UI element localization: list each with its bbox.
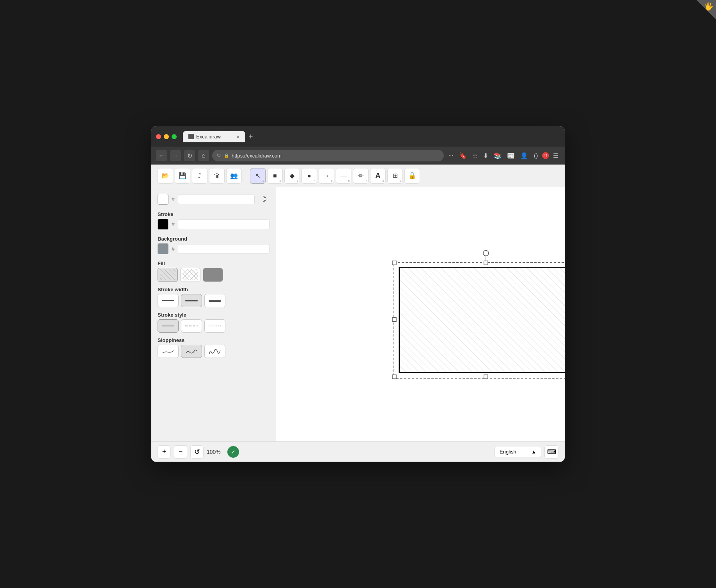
close-button[interactable] (156, 134, 161, 139)
slop-high-button[interactable] (204, 345, 225, 358)
nav-bar: ← → ↻ ⌂ 🛡 🔒 https://excalidraw.com ··· 🔖… (151, 147, 565, 165)
svg-rect-14 (484, 261, 488, 265)
bg-swatch[interactable] (158, 243, 168, 254)
stroke-dotted-button[interactable] (204, 319, 225, 333)
svg-rect-13 (392, 261, 396, 265)
minimize-button[interactable] (164, 134, 169, 139)
zoom-reset-button[interactable]: ↺ (190, 445, 204, 459)
svg-rect-18 (392, 375, 396, 379)
stroke-width-label: Stroke width (158, 287, 269, 292)
fill-cross-hatch-button[interactable] (180, 268, 200, 282)
fill-options (158, 268, 269, 282)
url-bar[interactable]: 🛡 🔒 https://excalidraw.com (212, 150, 444, 161)
maximize-button[interactable] (172, 134, 177, 139)
star-icon: ☆ (471, 151, 479, 161)
more-button[interactable]: ··· (447, 151, 455, 161)
download-icon: ⬇ (482, 151, 490, 161)
background-label: Background (158, 236, 269, 242)
notification-badge: 21 (542, 152, 549, 159)
svg-rect-19 (484, 375, 488, 379)
tab-title: Excalidraw (196, 134, 221, 140)
bg-color-row: # 868e96 (158, 243, 269, 254)
reader-icon: 📰 (505, 151, 516, 161)
library-icon: 📚 (492, 151, 503, 161)
main-content: # ffffff ☽ Stroke # 000000 Background (151, 187, 565, 441)
zoom-in-button[interactable]: + (158, 445, 171, 459)
stroke-section: Stroke # 000000 (158, 211, 269, 231)
home-button[interactable]: ⌂ (198, 150, 209, 161)
stroke-dashed-button[interactable] (181, 319, 202, 333)
zoom-out-button[interactable]: − (174, 445, 187, 459)
forward-button[interactable]: → (170, 150, 181, 161)
new-tab-button[interactable]: + (248, 132, 253, 141)
title-bar: Excalidraw × + (151, 126, 565, 147)
diamond-tool[interactable]: ◆3 (284, 168, 300, 184)
back-button[interactable]: ← (156, 150, 167, 161)
svg-rect-1 (160, 269, 175, 280)
tab-bar: Excalidraw × + (183, 131, 560, 142)
lock-icon: 🔒 (224, 153, 229, 158)
language-selector[interactable]: English ▲ (494, 446, 541, 457)
select-tool[interactable]: ↖1 (250, 168, 266, 184)
bookmark-icon: 🔖 (457, 151, 468, 161)
stroke-style-options (158, 319, 269, 333)
stroke-width-options (158, 294, 269, 307)
stroke-thick-button[interactable] (204, 294, 225, 307)
bottom-bar: + − ↺ 100% ✓ English ▲ ⌨ (151, 441, 565, 462)
dark-mode-button[interactable]: ☽ (258, 193, 269, 205)
delete-button[interactable]: 🗑 (209, 168, 225, 184)
ellipse-tool[interactable]: ●4 (301, 168, 317, 184)
stroke-medium-button[interactable] (181, 294, 202, 307)
svg-rect-16 (392, 317, 396, 321)
pencil-tool[interactable]: ✏7 (353, 168, 369, 184)
keyboard-shortcut-button[interactable]: ⌨ (544, 445, 558, 459)
stroke-thin-button[interactable] (158, 294, 179, 307)
sloppiness-options (158, 345, 269, 358)
zoom-level: 100% (207, 449, 224, 455)
save-button[interactable]: 💾 (175, 168, 190, 184)
app-toolbar: 📂 💾 ⤴ 🗑 👥 ↖1 ■2 ◆3 ●4 (151, 165, 565, 187)
collab-button[interactable]: 👥 (226, 168, 242, 184)
export-button[interactable]: ⤴ (192, 168, 207, 184)
tab-close-button[interactable]: × (236, 133, 240, 140)
fill-solid-button[interactable] (203, 268, 223, 282)
stroke-swatch[interactable] (158, 219, 168, 230)
browser-window: Excalidraw × + ← → ↻ ⌂ 🛡 🔒 https://excal… (151, 126, 565, 462)
arrow-tool[interactable]: →5 (319, 168, 334, 184)
stroke-style-label: Stroke style (158, 312, 269, 318)
sloppiness-section: Sloppiness (158, 337, 269, 358)
bg-input[interactable]: 868e96 (178, 244, 269, 254)
file-tools: 📂 💾 ⤴ 🗑 👥 (158, 168, 242, 184)
stroke-solid-button[interactable] (158, 319, 179, 333)
open-file-button[interactable]: 📂 (158, 168, 173, 184)
stroke-style-section: Stroke style (158, 312, 269, 333)
browser-tab[interactable]: Excalidraw × (183, 131, 245, 142)
menu-icon[interactable]: ☰ (551, 151, 560, 161)
svg-rect-11 (399, 267, 565, 372)
rectangle-tool[interactable]: ■2 (267, 168, 283, 184)
text-tool[interactable]: A8 (370, 168, 386, 184)
chevron-up-icon: ▲ (531, 449, 536, 455)
stroke-input[interactable]: 000000 (178, 220, 269, 229)
canvas-bg-input[interactable]: ffffff (178, 195, 255, 204)
canvas-area[interactable] (276, 187, 565, 441)
security-shield-icon: 🛡 (217, 153, 222, 158)
svg-point-5 (483, 250, 489, 256)
fill-label: Fill (158, 260, 269, 266)
nav-icons: ··· 🔖 ☆ ⬇ 📚 📰 👤 ⟨⟩ 21 ☰ (447, 151, 560, 161)
slop-low-button[interactable] (158, 345, 179, 358)
fill-hatch-button[interactable] (158, 268, 178, 282)
traffic-lights (156, 134, 177, 139)
app-area: 📂 💾 ⤴ 🗑 👥 ↖1 ■2 ◆3 ●4 (151, 165, 565, 462)
svg-rect-4 (183, 269, 198, 280)
slop-medium-button[interactable] (181, 345, 202, 358)
refresh-button[interactable]: ↻ (184, 150, 195, 161)
lock-tool[interactable]: 🔓 (404, 168, 420, 184)
side-panel: # ffffff ☽ Stroke # 000000 Background (151, 187, 276, 441)
canvas-bg-swatch[interactable] (158, 194, 168, 205)
toolbar-separator (246, 170, 246, 182)
image-tool[interactable]: ⊞9 (387, 168, 403, 184)
sloppiness-label: Sloppiness (158, 337, 269, 343)
line-tool[interactable]: —6 (336, 168, 351, 184)
drawing-tools: ↖1 ■2 ◆3 ●4 →5 —6 ✏7 (250, 168, 420, 184)
